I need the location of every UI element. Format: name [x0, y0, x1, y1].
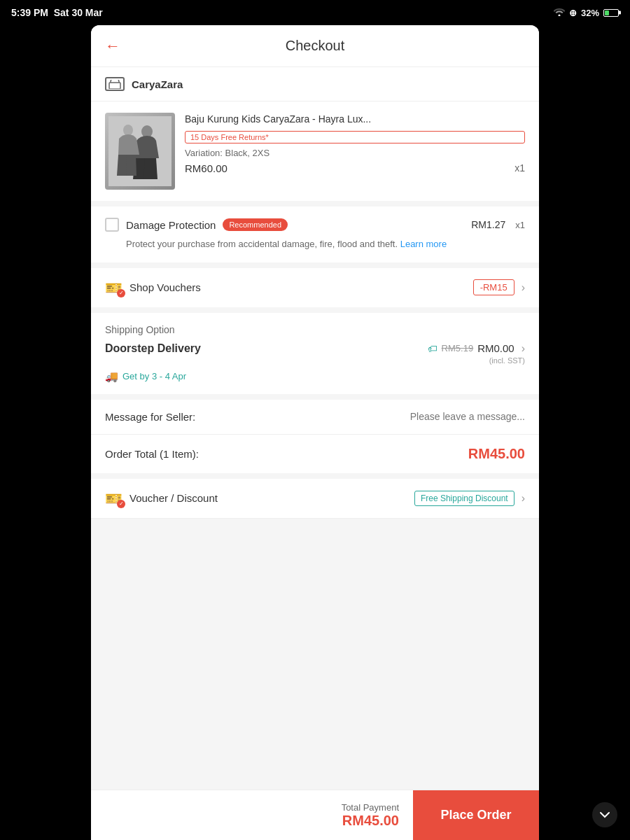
shop-icon: [105, 77, 125, 91]
damage-qty: x1: [515, 220, 525, 230]
status-time: 5:39 PM Sat 30 Mar: [11, 7, 103, 18]
order-total-section: Order Total (1 Item): RM45.00: [91, 435, 539, 479]
product-price-row: RM60.00 x1: [185, 162, 525, 174]
discount-voucher-icon-wrap: 🎫: [105, 490, 122, 507]
page-title: Checkout: [286, 38, 345, 54]
order-total-label: Order Total (1 Item):: [105, 448, 199, 460]
shipping-section: Shipping Option Doorstep Delivery 🏷 RM5.…: [91, 313, 539, 400]
wifi-icon: [554, 8, 565, 18]
damage-title: Damage Protection: [126, 219, 216, 231]
product-info: Baju Kurung Kids CaryaZara - Hayra Lux..…: [185, 113, 525, 190]
battery-percentage: 32%: [581, 8, 599, 18]
scroll-indicator-button[interactable]: [592, 802, 617, 827]
product-section: Baju Kurung Kids CaryaZara - Hayra Lux..…: [91, 102, 539, 206]
damage-description: Protect your purchase from accidental da…: [105, 237, 525, 251]
product-qty: x1: [514, 162, 525, 174]
damage-checkbox[interactable]: [105, 218, 119, 232]
total-payment-label: Total Payment: [342, 802, 399, 813]
learn-more-link[interactable]: Learn more: [400, 239, 447, 249]
total-payment-value: RM45.00: [342, 813, 399, 829]
checkout-content: CaryaZara: [91, 67, 539, 790]
discount-check-icon: [117, 500, 125, 508]
shop-section: CaryaZara: [91, 67, 539, 102]
chevron-right-icon: ›: [522, 281, 525, 294]
order-total-value: RM45.00: [468, 446, 525, 462]
price-original: RM5.19: [442, 343, 474, 354]
svg-rect-0: [109, 83, 120, 89]
product-variation: Variation: Black, 2XS: [185, 148, 525, 158]
place-order-button[interactable]: Place Order: [413, 790, 539, 840]
price-free: RM0.00: [477, 342, 514, 354]
shipping-option-name: Doorstep Delivery: [105, 342, 201, 355]
message-input[interactable]: [371, 411, 525, 422]
status-icons: ⊕ 32%: [554, 8, 619, 18]
damage-header: Damage Protection Recommended RM1.27 x1: [105, 218, 525, 232]
shipping-tag-icon: 🏷: [428, 343, 438, 354]
total-payment-section: Total Payment RM45.00: [91, 790, 413, 840]
shipping-prices: 🏷 RM5.19 RM0.00 ›: [428, 342, 525, 355]
product-image: [105, 113, 175, 190]
checkout-card: ← Checkout CaryaZara: [91, 25, 539, 840]
location-icon: ⊕: [569, 8, 577, 18]
delivery-truck-icon: 🚚: [105, 370, 118, 383]
back-button[interactable]: ←: [105, 37, 120, 55]
damage-protection-section: Damage Protection Recommended RM1.27 x1 …: [91, 206, 539, 268]
voucher-icon-wrap: 🎫: [105, 279, 122, 296]
shipping-chevron-icon: ›: [522, 342, 525, 355]
message-section: Message for Seller:: [91, 400, 539, 435]
voucher-discount-row[interactable]: 🎫 Voucher / Discount Free Shipping Disco…: [91, 479, 539, 519]
returns-badge: 15 Days Free Returns*: [185, 131, 525, 144]
battery-icon: [603, 9, 619, 17]
shipping-price-wrap: 🏷 RM5.19 RM0.00 › (incl. SST): [428, 342, 525, 365]
product-title: Baju Kurung Kids CaryaZara - Hayra Lux..…: [185, 113, 525, 127]
free-shipping-badge: Free Shipping Discount: [414, 491, 514, 506]
recommended-badge: Recommended: [223, 218, 288, 231]
shop-name: CaryaZara: [132, 78, 183, 90]
voucher-value: -RM15: [473, 279, 514, 295]
svg-point-3: [123, 125, 133, 136]
voucher-check-icon: [117, 289, 125, 298]
message-label: Message for Seller:: [105, 411, 195, 423]
incl-sst: (incl. SST): [489, 356, 525, 365]
discount-chevron-icon: ›: [522, 492, 525, 505]
shop-vouchers-row[interactable]: 🎫 Shop Vouchers -RM15 ›: [91, 268, 539, 313]
status-bar: 5:39 PM Sat 30 Mar ⊕ 32%: [0, 0, 630, 25]
checkout-footer: Total Payment RM45.00 Place Order: [91, 790, 539, 840]
shipping-title: Shipping Option: [105, 324, 525, 335]
damage-price: RM1.27: [471, 219, 505, 230]
checkout-header: ← Checkout: [91, 25, 539, 67]
voucher-label: Shop Vouchers: [130, 281, 466, 293]
shipping-option-row[interactable]: Doorstep Delivery 🏷 RM5.19 RM0.00 › (inc…: [105, 342, 525, 365]
delivery-eta: 🚚 Get by 3 - 4 Apr: [105, 370, 525, 383]
product-price: RM60.00: [185, 162, 227, 174]
voucher-discount-label: Voucher / Discount: [130, 492, 407, 504]
